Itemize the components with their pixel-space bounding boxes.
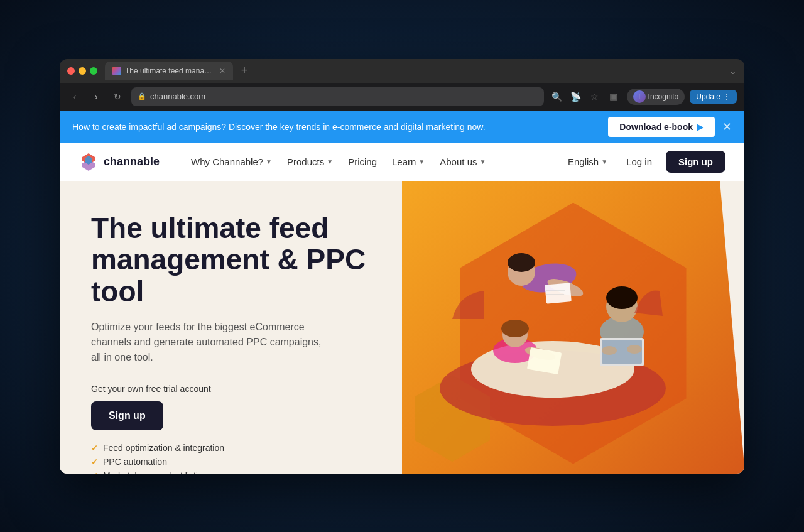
hero-right xyxy=(402,181,744,474)
browser-tab[interactable]: The ultimate feed manageme... ✕ xyxy=(105,62,233,80)
back-button[interactable]: ‹ xyxy=(67,89,82,104)
nav-why-channable[interactable]: Why Channable? ▼ xyxy=(185,153,278,171)
svg-point-18 xyxy=(627,345,642,354)
cast-icon[interactable]: 📡 xyxy=(569,90,583,104)
trial-label: Get your own free trial account xyxy=(91,384,371,394)
arrow-icon: ▶ xyxy=(697,122,704,132)
nav-about[interactable]: About us ▼ xyxy=(433,153,492,171)
svg-point-17 xyxy=(602,346,617,355)
check-icon: ✓ xyxy=(91,457,98,467)
feature-label-3: Marketplace product listings xyxy=(103,470,212,473)
feature-label-1: Feed optimization & integration xyxy=(103,443,224,453)
feature-item-3: ✓ Marketplace product listings xyxy=(91,470,371,473)
download-ebook-button[interactable]: Download e-book ▶ xyxy=(608,117,715,137)
chevron-down-icon: ▼ xyxy=(418,158,425,165)
tab-title: The ultimate feed manageme... xyxy=(125,67,213,75)
svg-point-21 xyxy=(501,320,529,337)
update-button[interactable]: Update ⋮ xyxy=(690,90,737,104)
tab-favicon xyxy=(112,67,121,75)
svg-point-14 xyxy=(606,286,638,309)
feature-item-2: ✓ PPC automation xyxy=(91,457,371,467)
url-bar[interactable]: 🔒 channable.com xyxy=(131,87,544,106)
chevron-down-icon: ▼ xyxy=(601,158,607,165)
split-view-icon[interactable]: ▣ xyxy=(607,90,621,104)
avatar: I xyxy=(633,90,646,103)
search-icon[interactable]: 🔍 xyxy=(550,90,564,104)
feature-item-1: ✓ Feed optimization & integration xyxy=(91,443,371,453)
hero-title: The ultimate feed management & PPC tool xyxy=(91,212,371,308)
svg-rect-9 xyxy=(545,283,571,303)
nav-items: Why Channable? ▼ Products ▼ Pricing Lear… xyxy=(185,153,563,171)
website-content: How to create impactful ad campaigns? Di… xyxy=(60,111,744,474)
hero-section: The ultimate feed management & PPC tool … xyxy=(60,181,744,474)
hero-left: The ultimate feed management & PPC tool … xyxy=(60,181,402,474)
banner-close-button[interactable]: ✕ xyxy=(722,120,732,134)
signup-button[interactable]: Sign up xyxy=(666,151,725,173)
browser-toolbar-icons: 🔍 📡 ☆ ▣ xyxy=(550,90,621,104)
hero-illustration xyxy=(402,181,744,474)
minimize-button[interactable] xyxy=(79,67,86,75)
maximize-button[interactable] xyxy=(90,67,97,75)
profile-button[interactable]: I Incognito xyxy=(627,89,685,105)
update-chevron-icon: ⋮ xyxy=(723,92,731,101)
banner-text: How to create impactful ad campaigns? Di… xyxy=(72,122,486,132)
title-bar: The ultimate feed manageme... ✕ + ⌄ xyxy=(60,59,744,83)
refresh-button[interactable]: ↻ xyxy=(110,89,125,104)
url-text: channable.com xyxy=(150,92,205,101)
bookmark-icon[interactable]: ☆ xyxy=(588,90,602,104)
lock-icon: 🔒 xyxy=(138,92,146,100)
address-bar: ‹ › ↻ 🔒 channable.com 🔍 📡 ☆ ▣ I Incognit… xyxy=(60,83,744,111)
window-controls: ⌄ xyxy=(729,66,737,76)
banner-right: Download e-book ▶ ✕ xyxy=(608,117,732,137)
logo[interactable]: channable xyxy=(79,152,160,172)
nav-pricing[interactable]: Pricing xyxy=(342,153,383,171)
check-icon: ✓ xyxy=(91,471,98,474)
profile-name: Incognito xyxy=(648,92,679,101)
check-icon: ✓ xyxy=(91,443,98,453)
logo-text: channable xyxy=(104,155,160,168)
nav-learn[interactable]: Learn ▼ xyxy=(386,153,431,171)
hero-signup-button[interactable]: Sign up xyxy=(91,401,163,430)
profile-area: I Incognito Update ⋮ xyxy=(627,89,737,105)
nav-right: English ▼ Log in Sign up xyxy=(563,151,725,173)
forward-button[interactable]: › xyxy=(89,89,104,104)
hero-subtitle: Optimize your feeds for the biggest eCom… xyxy=(91,320,330,365)
tabs-area: The ultimate feed manageme... ✕ + xyxy=(105,62,729,80)
chevron-down-icon: ▼ xyxy=(327,158,333,165)
chevron-down-icon: ▼ xyxy=(266,158,272,165)
login-button[interactable]: Log in xyxy=(620,153,658,171)
logo-icon xyxy=(79,152,99,172)
chevron-down-icon: ▼ xyxy=(479,158,486,165)
feature-label-2: PPC automation xyxy=(103,457,167,467)
promo-banner: How to create impactful ad campaigns? Di… xyxy=(60,111,744,143)
people-illustration xyxy=(402,181,704,445)
nav-products[interactable]: Products ▼ xyxy=(281,153,339,171)
svg-point-7 xyxy=(508,253,535,272)
language-button[interactable]: English ▼ xyxy=(563,153,612,171)
feature-list: ✓ Feed optimization & integration ✓ PPC … xyxy=(91,443,371,473)
browser-window: The ultimate feed manageme... ✕ + ⌄ ‹ › … xyxy=(60,59,744,474)
traffic-lights xyxy=(67,67,97,75)
tab-close-icon[interactable]: ✕ xyxy=(219,67,225,75)
close-button[interactable] xyxy=(67,67,75,75)
main-nav: channable Why Channable? ▼ Products ▼ Pr… xyxy=(60,143,744,181)
new-tab-button[interactable]: + xyxy=(236,62,253,80)
